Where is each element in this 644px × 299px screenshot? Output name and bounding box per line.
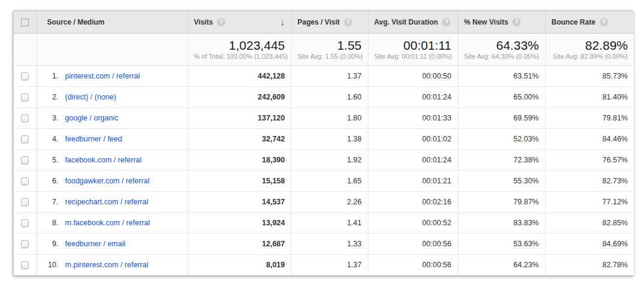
row-index: 4. [43,135,59,143]
analytics-table-panel: Source / Medium Visits ? ↓ Pages / Visit… [13,11,633,276]
source-link[interactable]: google / organic [65,114,119,122]
bounce-cell: 81.40% [545,86,634,107]
visits-cell: 18,390 [188,149,291,170]
total-new-visits-subtext: Site Avg: 64.30% (0.05%) [464,53,539,60]
help-icon[interactable]: ? [344,18,352,26]
new-visits-cell: 79.87% [458,191,545,212]
source-link[interactable]: feedburner / email [65,240,126,248]
total-pages-subtext: Site Avg: 1.55 (0.00%) [298,53,362,60]
row-index: 9. [43,240,59,248]
duration-cell: 00:01:21 [368,170,458,191]
row-index: 10. [43,261,59,269]
row-checkbox[interactable] [21,135,29,143]
table-row: 9.feedburner / email 12,687 1.33 00:00:5… [14,233,634,254]
totals-new-visits-cell: 64.33% Site Avg: 64.30% (0.05%) [458,33,545,65]
column-header-bounce-rate[interactable]: Bounce Rate ? [545,11,634,33]
source-link[interactable]: facebook.com / referral [65,156,142,164]
totals-visits-cell: 1,023,445 % of Total: 100.00% (1,023,445… [188,33,291,65]
header-row: Source / Medium Visits ? ↓ Pages / Visit… [14,11,634,33]
pages-cell: 1.37 [291,254,368,275]
column-label: Pages / Visit [298,18,340,26]
new-visits-cell: 72.38% [458,149,545,170]
new-visits-cell: 64.23% [458,254,545,275]
source-link[interactable]: m.pinterest.com / referral [65,261,149,269]
total-bounce-subtext: Site Avg: 82.89% (0.00%) [552,53,628,60]
select-all-cell [14,11,37,33]
column-label: Visits [194,18,213,26]
pages-cell: 1.33 [291,233,368,254]
source-medium-table: Source / Medium Visits ? ↓ Pages / Visit… [14,11,634,275]
duration-cell: 00:01:02 [368,128,458,149]
column-header-new-visits[interactable]: % New Visits ? [458,11,545,33]
sort-desc-icon[interactable]: ↓ [280,17,285,26]
table-row: 2.(direct) / (none) 242,609 1.60 00:01:2… [14,86,634,107]
source-link[interactable]: m.facebook.com / referral [65,219,150,227]
table-row: 5.facebook.com / referral 18,390 1.92 00… [14,149,634,170]
help-icon[interactable]: ? [600,18,608,26]
bounce-cell: 85.73% [545,65,634,86]
column-header-pages-visit[interactable]: Pages / Visit ? [291,11,368,33]
table-row: 3.google / organic 137,120 1.80 00:01:33… [14,107,634,128]
row-checkbox[interactable] [21,93,29,101]
row-checkbox[interactable] [21,73,29,80]
row-checkbox[interactable] [21,177,29,185]
totals-bounce-cell: 82.89% Site Avg: 82.89% (0.00%) [545,33,634,65]
totals-pages-cell: 1.55 Site Avg: 1.55 (0.00%) [291,33,368,65]
row-checkbox[interactable] [21,219,29,227]
bounce-cell: 79.81% [545,107,634,128]
visits-cell: 8,019 [188,254,291,275]
row-index: 8. [43,219,59,227]
pages-cell: 1.92 [291,149,368,170]
total-visits: 1,023,445 [194,38,285,53]
row-index: 5. [43,156,59,164]
bounce-cell: 82.73% [545,170,634,191]
row-checkbox[interactable] [21,114,29,122]
new-visits-cell: 83.83% [458,212,545,233]
help-icon[interactable]: ? [217,18,225,26]
source-link[interactable]: feedburner / feed [65,135,122,143]
visits-cell: 13,924 [188,212,291,233]
row-index: 6. [43,177,59,185]
duration-cell: 00:01:24 [368,149,458,170]
row-checkbox[interactable] [21,240,29,248]
duration-cell: 00:00:52 [368,212,458,233]
new-visits-cell: 63.51% [458,65,545,86]
source-link[interactable]: foodgawker.com / referral [65,177,150,185]
bounce-cell: 77.12% [545,191,634,212]
table-row: 4.feedburner / feed 32,742 1.38 00:01:02… [14,128,634,149]
total-new-visits: 64.33% [464,38,539,53]
total-pages-visit: 1.55 [298,38,362,53]
source-link[interactable]: (direct) / (none) [65,93,116,101]
totals-source-cell [37,33,188,65]
pages-cell: 1.41 [291,212,368,233]
visits-cell: 442,128 [188,65,291,86]
help-icon[interactable]: ? [442,18,451,26]
source-link[interactable]: pinterest.com / referral [65,72,140,80]
column-label: Source / Medium [47,18,105,26]
visits-cell: 15,158 [188,170,291,191]
row-checkbox[interactable] [21,156,29,164]
column-header-avg-visit-duration[interactable]: Avg. Visit Duration ? [368,11,458,33]
source-link[interactable]: recipechart.com / referral [65,198,149,206]
pages-cell: 1.60 [291,86,368,107]
row-checkbox[interactable] [21,198,29,206]
column-label: Bounce Rate [552,18,595,26]
column-header-visits[interactable]: Visits ? ↓ [188,11,291,33]
column-label: Avg. Visit Duration [374,18,439,26]
new-visits-cell: 69.59% [458,107,545,128]
select-all-checkbox[interactable] [21,19,29,26]
total-bounce-rate: 82.89% [552,38,628,53]
row-index: 7. [43,198,59,206]
row-checkbox[interactable] [21,261,29,269]
total-visits-subtext: % of Total: 100.00% (1,023,445) [194,53,285,60]
new-visits-cell: 55.30% [458,170,545,191]
row-index: 3. [43,114,59,122]
visits-cell: 242,609 [188,86,291,107]
duration-cell: 00:01:33 [368,107,458,128]
page: Source / Medium Visits ? ↓ Pages / Visit… [0,0,644,299]
column-header-source-medium[interactable]: Source / Medium [37,11,188,33]
table-row: 1.pinterest.com / referral 442,128 1.37 … [14,65,634,86]
help-icon[interactable]: ? [512,18,521,26]
bounce-cell: 82.85% [545,212,634,233]
total-avg-duration: 00:01:11 [374,38,452,53]
